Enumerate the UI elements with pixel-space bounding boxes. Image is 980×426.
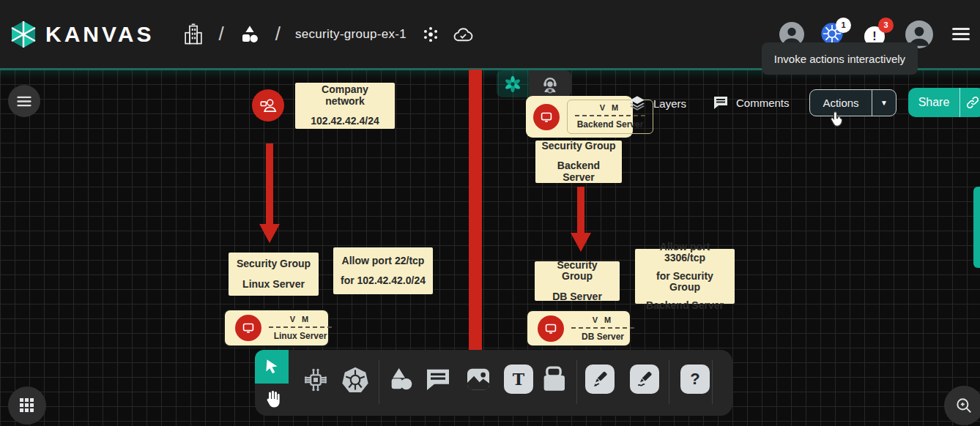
vm-subtitle: Linux Server <box>274 331 327 341</box>
graph-nodes-icon[interactable] <box>421 25 440 44</box>
grid-icon <box>20 398 34 413</box>
canvas-menu-button[interactable] <box>8 85 40 117</box>
share-button[interactable]: Share <box>908 88 959 117</box>
organization-icon[interactable] <box>183 23 204 46</box>
note-line: Backend Server <box>641 300 729 311</box>
actions-dropdown-button[interactable]: ▼ <box>872 90 896 116</box>
kanvas-logo-icon <box>9 20 38 49</box>
note-line: Security Group <box>541 260 614 283</box>
chevron-down-icon: ▼ <box>880 99 888 107</box>
vm-title: V M <box>290 315 311 324</box>
actions-split-button[interactable]: Actions ▼ <box>809 89 897 116</box>
note-company-network[interactable]: Company network 102.42.42.4/24 <box>295 83 395 129</box>
cloud-sync-icon[interactable] <box>452 25 474 44</box>
monitor-icon <box>543 321 559 337</box>
note-line: for Security Group <box>641 271 729 294</box>
shapes-icon <box>387 365 416 394</box>
link-icon <box>965 95 980 110</box>
comment-icon <box>423 365 453 394</box>
kubernetes-tool-button[interactable] <box>340 365 371 395</box>
right-edge-panel-tab[interactable] <box>973 187 980 268</box>
menu-icon[interactable] <box>952 25 970 43</box>
text-tool-glyph: T <box>504 365 533 394</box>
layers-button[interactable]: Layers <box>628 94 686 113</box>
kubernetes-badge: 1 <box>836 18 851 33</box>
note-line: Company network <box>301 84 389 107</box>
brand-name: KANVAS <box>45 22 154 47</box>
brand-logo[interactable]: KANVAS <box>9 20 154 49</box>
cursor-arrow-icon <box>262 357 281 376</box>
chip-icon <box>300 365 331 395</box>
spiral-tool-button[interactable] <box>497 70 529 97</box>
chip-tool-button[interactable] <box>300 365 331 395</box>
vm-subtitle: Backend Server <box>577 119 644 130</box>
note-allow-3306[interactable]: Allow port 3306/tcp for Security Group B… <box>635 249 735 304</box>
note-line: Allow port 22/tcp <box>339 255 427 266</box>
pen-squiggle-icon <box>630 365 659 394</box>
toolbar-separator <box>576 360 577 404</box>
sticky-note-tool-button[interactable] <box>539 365 568 394</box>
vm-node-icon <box>533 104 560 130</box>
spiral-icon <box>503 75 522 94</box>
project-shapes-icon[interactable] <box>239 23 261 45</box>
company-network-user-node[interactable] <box>252 89 284 122</box>
select-tool-button[interactable] <box>255 350 289 384</box>
pan-tool-button[interactable] <box>258 384 287 414</box>
image-tool-button[interactable] <box>464 365 493 394</box>
note-line: Security Group <box>541 141 616 152</box>
actions-tooltip: Invoke actions interactively <box>762 42 918 75</box>
vm-dashed-line <box>269 326 332 328</box>
note-sg-backend[interactable]: Security Group Backend Server <box>535 141 622 183</box>
note-sg-db[interactable]: Security Group DB Server <box>535 261 620 301</box>
arrow-backend-to-db <box>577 187 584 233</box>
note-allow-22[interactable]: Allow port 22/tcp for 102.42.42.0/24 <box>333 247 433 294</box>
alerts-status[interactable]: ! 3 <box>864 23 886 45</box>
pen-arrow-icon <box>585 365 615 394</box>
text-tool-button[interactable]: T <box>504 365 533 394</box>
help-tool-button[interactable]: ? <box>680 365 710 394</box>
layers-label: Layers <box>653 97 686 110</box>
headset-person-icon <box>540 74 560 94</box>
note-line: Backend Server <box>541 160 616 183</box>
monitor-icon <box>538 109 554 125</box>
monitor-icon <box>240 320 256 336</box>
breadcrumb-separator: / <box>275 23 281 45</box>
vm-card-linux-server[interactable]: V M Linux Server <box>223 309 330 347</box>
board-name[interactable]: security-group-ex-1 <box>295 27 407 42</box>
pointer-cursor <box>828 110 847 133</box>
agent-tool-button[interactable] <box>529 70 571 97</box>
zoom-button[interactable] <box>944 386 980 425</box>
copy-link-button[interactable] <box>959 88 980 117</box>
red-divider-bar[interactable] <box>469 70 482 350</box>
alerts-badge: 3 <box>878 18 894 33</box>
comments-label: Comments <box>736 97 790 109</box>
vm-node-icon <box>235 315 261 341</box>
vm-title: V M <box>593 315 614 324</box>
connector-pen-tool-button[interactable] <box>585 365 615 394</box>
comment-tool-button[interactable] <box>423 365 453 394</box>
vm-dashed-line <box>575 115 645 116</box>
note-line: DB Server <box>541 291 614 302</box>
kubernetes-helm-icon <box>340 365 371 395</box>
note-sg-linux[interactable]: Security Group Linux Server <box>229 253 319 296</box>
shapes-tool-button[interactable] <box>387 365 416 394</box>
layers-icon <box>628 94 647 113</box>
zoom-in-icon <box>954 396 973 415</box>
arrow-head <box>259 224 280 243</box>
tooltip-text: Invoke actions interactively <box>774 53 905 65</box>
vm-title: V M <box>600 103 621 112</box>
note-line: 102.42.42.4/24 <box>301 116 389 127</box>
hand-icon <box>261 387 283 411</box>
note-line: Allow port 3306/tcp <box>641 242 729 264</box>
help-glyph: ? <box>680 365 710 394</box>
grid-view-button[interactable] <box>8 386 46 425</box>
vm-card-db-server[interactable]: V M DB Server <box>526 310 631 347</box>
share-split-button[interactable]: Share <box>908 88 980 117</box>
toolbar-separator <box>669 360 669 404</box>
arrow-company-to-sg-linux <box>266 143 273 224</box>
toolbar-separator <box>712 360 713 404</box>
freehand-pen-tool-button[interactable] <box>630 365 659 394</box>
sticky-note-icon <box>539 365 568 394</box>
vm-card-backend-server[interactable]: V M Backend Server <box>526 96 633 138</box>
comments-button[interactable]: Comments <box>712 94 790 111</box>
